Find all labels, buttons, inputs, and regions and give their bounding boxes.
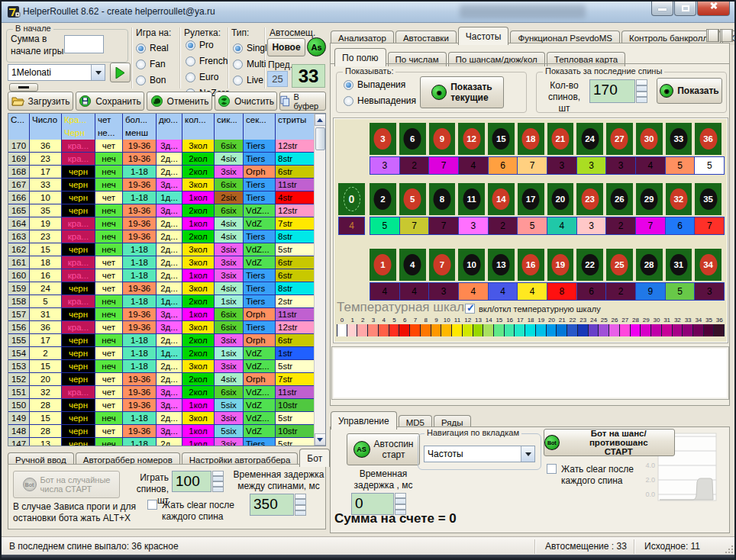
log-cell[interactable]: 6six — [215, 179, 244, 191]
log-header-cell[interactable]: Черн — [62, 127, 95, 140]
log-cell[interactable]: 5 — [30, 295, 62, 308]
resize-grip[interactable] — [724, 546, 733, 555]
log-cell[interactable]: кра... — [62, 295, 95, 308]
log-spin-cell[interactable]: 152 — [8, 373, 30, 386]
log-header-cell[interactable] — [8, 127, 30, 140]
log-cell[interactable]: 3кол — [182, 243, 215, 256]
log-cell[interactable]: 3six — [215, 360, 244, 373]
log-cell[interactable]: 8str — [276, 230, 314, 243]
log-cell[interactable]: 2кол — [182, 347, 215, 360]
log-cell[interactable]: 6str — [276, 269, 314, 282]
log-header-cell[interactable] — [276, 127, 314, 140]
log-cell[interactable]: 10str — [276, 425, 314, 438]
log-cell[interactable]: VdZ... — [244, 412, 276, 425]
show-button[interactable]: ◉ Показать — [657, 78, 722, 104]
log-cell[interactable]: 5six — [215, 399, 244, 412]
log-cell[interactable]: 6six — [215, 386, 244, 399]
log-cell[interactable]: 4six — [215, 282, 244, 295]
log-cell[interactable]: 6str — [276, 256, 314, 269]
log-cell[interactable]: 28 — [30, 399, 62, 412]
log-cell[interactable]: 32 — [30, 386, 62, 399]
log-cell[interactable]: 15 — [30, 412, 62, 425]
tab-item[interactable]: Бот — [299, 449, 330, 467]
log-cell[interactable]: 3six — [215, 412, 244, 425]
log-cell[interactable]: 3кол — [182, 360, 215, 373]
spin-delay-value[interactable]: 350 — [250, 494, 294, 516]
log-cell[interactable]: 1д... — [157, 295, 182, 308]
close-button[interactable] — [697, 2, 730, 16]
log-cell[interactable]: 3six — [215, 256, 244, 269]
start-sum-input[interactable] — [64, 35, 104, 53]
scroll-up-icon[interactable] — [315, 114, 326, 126]
log-cell[interactable]: черн — [62, 166, 95, 179]
log-cell[interactable]: 3six — [215, 438, 244, 446]
log-cell[interactable]: 19-36 — [123, 321, 157, 334]
log-cell[interactable]: Tiers — [244, 191, 276, 204]
log-cell[interactable]: 2кол — [182, 230, 215, 243]
log-cell[interactable]: неч — [95, 179, 123, 191]
last-spins-spinner[interactable]: 170 — [589, 79, 647, 103]
log-cell[interactable]: неч — [95, 308, 123, 321]
log-cell[interactable]: VdZ... — [244, 204, 276, 217]
log-cell[interactable]: 1-18 — [123, 360, 157, 373]
log-cell[interactable]: кра... — [62, 230, 95, 243]
log-cell[interactable]: 2д... — [157, 373, 182, 386]
log-cell[interactable]: 15 — [30, 360, 62, 373]
log-cell[interactable]: чет — [95, 347, 123, 360]
log-cell[interactable]: неч — [95, 360, 123, 373]
log-cell[interactable]: Tiers — [244, 282, 276, 295]
radio-option[interactable]: Singl — [233, 43, 267, 53]
log-header-cell[interactable]: Число — [30, 114, 62, 127]
log-header-cell[interactable] — [182, 127, 215, 140]
log-header-cell[interactable]: кол... — [182, 114, 215, 127]
log-cell[interactable]: Orph — [244, 166, 276, 179]
log-cell[interactable]: 17 — [30, 334, 62, 347]
tab-item[interactable]: По шансам/дюж/кол — [448, 52, 545, 66]
log-cell[interactable]: VdZ — [244, 217, 276, 230]
log-cell[interactable]: 8str — [276, 282, 314, 295]
log-cell[interactable]: 19-36 — [123, 373, 157, 386]
log-cell[interactable]: 3кол — [182, 412, 215, 425]
log-cell[interactable]: 1six — [215, 347, 244, 360]
radio-option[interactable]: Live — [233, 75, 267, 85]
log-cell[interactable]: VdZ — [244, 399, 276, 412]
log-header-cell[interactable] — [215, 127, 244, 140]
heat-checkbox-icon[interactable] — [465, 304, 475, 314]
log-spin-cell[interactable]: 153 — [8, 360, 30, 373]
log-cell[interactable]: кра... — [62, 321, 95, 334]
log-cell[interactable]: 18 — [30, 256, 62, 269]
collapse-button[interactable] — [9, 83, 38, 92]
log-cell[interactable]: 4six — [215, 230, 244, 243]
log-spin-cell[interactable]: 164 — [8, 217, 30, 230]
log-cell[interactable]: 16 — [30, 269, 62, 282]
log-spin-cell[interactable]: 149 — [8, 412, 30, 425]
log-cell[interactable]: 2 — [30, 347, 62, 360]
log-cell[interactable]: чет — [95, 191, 123, 204]
log-scrollbar[interactable] — [314, 114, 325, 446]
log-spin-cell[interactable]: 159 — [8, 282, 30, 295]
log-cell[interactable]: 5six — [215, 425, 244, 438]
random-bot-start-button[interactable]: Bot Бот на случайныечисла СТАРТ — [13, 471, 120, 498]
log-cell[interactable]: 6str — [276, 166, 314, 179]
log-spin-cell[interactable]: 167 — [8, 179, 30, 191]
clear-button[interactable]: Очистить — [215, 92, 277, 111]
log-cell[interactable]: 3д... — [157, 425, 182, 438]
log-cell[interactable]: 36 — [30, 321, 62, 334]
log-header-cell[interactable]: не... — [95, 127, 123, 140]
log-header-cell[interactable] — [157, 127, 182, 140]
log-cell[interactable]: 19-36 — [123, 282, 157, 295]
log-cell[interactable]: Tiers — [244, 438, 276, 446]
log-cell[interactable]: неч — [95, 412, 123, 425]
log-header-cell[interactable]: Кра... — [62, 114, 95, 127]
log-cell[interactable]: неч — [95, 230, 123, 243]
log-cell[interactable]: VdZ... — [244, 386, 276, 399]
log-cell[interactable]: 1-18 — [123, 438, 157, 446]
log-cell[interactable]: чет — [95, 256, 123, 269]
log-cell[interactable]: 2д... — [157, 282, 182, 295]
log-cell[interactable]: неч — [95, 166, 123, 179]
nav-combo[interactable]: Частоты — [424, 446, 535, 462]
log-cell[interactable]: 2кол — [182, 373, 215, 386]
log-cell[interactable]: 35 — [30, 204, 62, 217]
log-cell[interactable]: неч — [95, 334, 123, 347]
log-cell[interactable]: 1str — [276, 347, 314, 360]
